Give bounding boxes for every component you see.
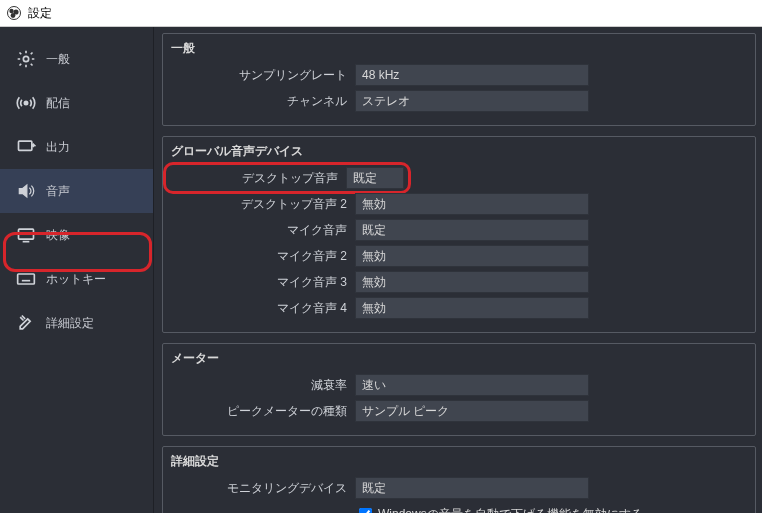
svg-point-5 [24,101,27,104]
audio-icon [14,179,38,203]
select-decay[interactable]: 速い [355,374,589,396]
label-channel: チャンネル [169,93,355,110]
sidebar-item-label: 出力 [46,139,70,156]
select-desktop-audio-2[interactable]: 無効 [355,193,589,215]
label-mic-audio-3: マイク音声 3 [169,274,355,291]
select-peak-type[interactable]: サンプル ピーク [355,400,589,422]
select-monitoring[interactable]: 既定 [355,477,589,499]
panel-devices: グローバル音声デバイス デスクトップ音声 既定 デスクトップ音声 2 無効 マイ… [162,136,756,333]
window-title: 設定 [28,5,52,22]
sidebar-item-label: ホットキー [46,271,106,288]
panel-title-meter: メーター [171,350,749,367]
checkbox-disable-ducking[interactable] [359,508,372,514]
label-disable-ducking: Windowsの音量を自動で下げる機能を無効にする [378,506,643,514]
label-monitoring: モニタリングデバイス [169,480,355,497]
panel-general: 一般 サンプリングレート 48 kHz チャンネル ステレオ [162,33,756,126]
output-icon [14,135,38,159]
tools-icon [14,311,38,335]
sidebar-item-hotkeys[interactable]: ホットキー [0,257,153,301]
window-titlebar: 設定 [0,0,762,27]
select-mic-audio-3[interactable]: 無効 [355,271,589,293]
sidebar-item-label: 音声 [46,183,70,200]
stream-icon [14,91,38,115]
gear-icon [14,47,38,71]
label-decay: 減衰率 [169,377,355,394]
svg-rect-9 [18,274,35,284]
svg-rect-7 [19,229,34,239]
select-desktop-audio[interactable]: 既定 [346,167,404,189]
sidebar-item-label: 詳細設定 [46,315,94,332]
panel-meter: メーター 減衰率 速い ピークメーターの種類 サンプル ピーク [162,343,756,436]
keyboard-icon [14,267,38,291]
highlighted-desktop-audio-row: デスクトップ音声 既定 [163,162,411,194]
svg-point-4 [23,56,28,61]
label-desktop-audio: デスクトップ音声 [170,170,346,187]
panel-title-general: 一般 [171,40,749,57]
select-sample-rate[interactable]: 48 kHz [355,64,589,86]
sidebar-item-general[interactable]: 一般 [0,37,153,81]
svg-point-1 [9,9,13,13]
sidebar-item-label: 一般 [46,51,70,68]
content-area: 一般 サンプリングレート 48 kHz チャンネル ステレオ グローバル音声デバ… [154,27,762,513]
label-mic-audio-4: マイク音声 4 [169,300,355,317]
label-desktop-audio-2: デスクトップ音声 2 [169,196,355,213]
sidebar: 一般 配信 出力 音声 映像 [0,27,154,513]
app-icon [6,5,22,21]
label-sample-rate: サンプリングレート [169,67,355,84]
sidebar-item-stream[interactable]: 配信 [0,81,153,125]
select-mic-audio-4[interactable]: 無効 [355,297,589,319]
video-icon [14,223,38,247]
panel-title-advanced: 詳細設定 [171,453,749,470]
label-peak-type: ピークメーターの種類 [169,403,355,420]
sidebar-item-video[interactable]: 映像 [0,213,153,257]
label-mic-audio-2: マイク音声 2 [169,248,355,265]
sidebar-item-output[interactable]: 出力 [0,125,153,169]
select-mic-audio-2[interactable]: 無効 [355,245,589,267]
select-channel[interactable]: ステレオ [355,90,589,112]
panel-title-devices: グローバル音声デバイス [171,143,749,160]
label-mic-audio: マイク音声 [169,222,355,239]
sidebar-item-label: 配信 [46,95,70,112]
sidebar-item-advanced[interactable]: 詳細設定 [0,301,153,345]
svg-point-3 [11,13,16,18]
select-mic-audio[interactable]: 既定 [355,219,589,241]
svg-rect-6 [19,141,32,150]
sidebar-item-label: 映像 [46,227,70,244]
sidebar-item-audio[interactable]: 音声 [0,169,153,213]
panel-advanced: 詳細設定 モニタリングデバイス 既定 Windowsの音量を自動で下げる機能を無… [162,446,756,513]
